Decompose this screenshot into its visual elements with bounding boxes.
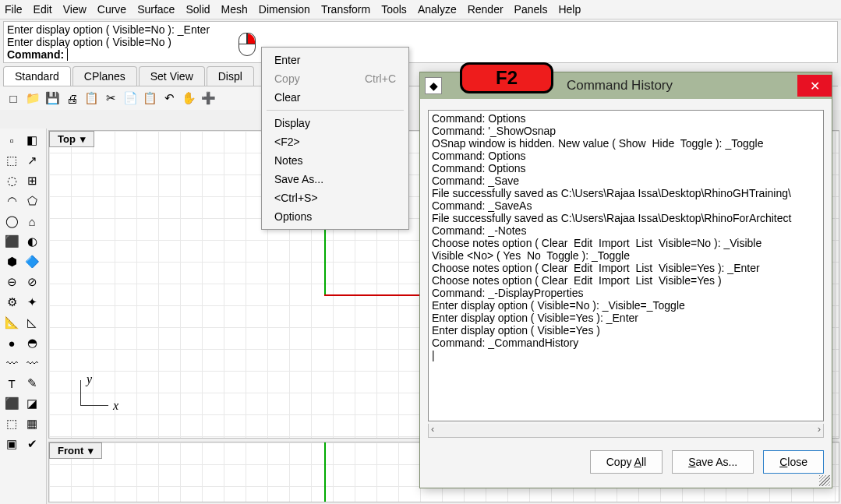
- ctx-display[interactable]: Display: [265, 114, 405, 132]
- menu-analyze[interactable]: Analyze: [418, 3, 457, 16]
- mini-axis-x: [80, 405, 108, 406]
- ctx-clear[interactable]: Clear: [265, 88, 405, 107]
- side-icon-0-1[interactable]: ◧: [22, 130, 42, 150]
- mini-axis-y: [80, 380, 81, 405]
- side-icon-1-1[interactable]: ↗: [22, 150, 42, 171]
- side-icon-12-1[interactable]: ✎: [22, 373, 42, 393]
- viewport-title-front[interactable]: Front ▾: [49, 442, 102, 459]
- tab-standard[interactable]: Standard: [3, 66, 71, 86]
- menu-dimension[interactable]: Dimension: [259, 3, 310, 16]
- ctx-copy: CopyCtrl+C: [265, 69, 405, 88]
- close-button[interactable]: ✕: [797, 75, 832, 97]
- saveas-button[interactable]: Save As...: [672, 450, 754, 474]
- resize-grip-icon[interactable]: [819, 475, 830, 486]
- toolbar-icon-7[interactable]: 📋: [141, 90, 158, 107]
- menu-bar: FileEditViewCurveSurfaceSolidMeshDimensi…: [0, 0, 841, 19]
- side-icon-13-0[interactable]: ⬛: [2, 393, 22, 414]
- toolbar-icon-8[interactable]: ↶: [161, 90, 178, 107]
- side-icon-6-0[interactable]: ⬢: [2, 252, 22, 272]
- side-icon-10-0[interactable]: ●: [2, 333, 22, 353]
- side-icon-13-1[interactable]: ◪: [22, 393, 42, 414]
- ctx-options[interactable]: Options: [265, 207, 405, 226]
- viewport-title-front-label: Front: [58, 445, 83, 456]
- toolbar-icon-10[interactable]: ➕: [200, 90, 217, 107]
- side-icon-5-1[interactable]: ◐: [22, 231, 42, 252]
- menu-help[interactable]: Help: [558, 3, 581, 16]
- command-area: Enter display option ( Visible=No ): _En…: [3, 21, 838, 63]
- viewport-dropdown-icon[interactable]: ▾: [80, 133, 86, 145]
- side-icon-8-0[interactable]: ⚙: [2, 292, 22, 312]
- menu-file[interactable]: File: [5, 3, 23, 16]
- command-history-line-2: Enter display option ( Visible=No ): [7, 36, 834, 48]
- axis-x-line: [324, 294, 426, 296]
- axis-x-label: x: [113, 399, 118, 413]
- side-icon-10-1[interactable]: ◓: [22, 333, 42, 353]
- toolbar-icon-5[interactable]: ✂: [102, 90, 119, 107]
- toolbar-icon-4[interactable]: 📋: [83, 90, 100, 107]
- menu-curve[interactable]: Curve: [97, 3, 126, 16]
- side-icon-15-1[interactable]: ✔: [22, 434, 42, 454]
- ctx-enter[interactable]: Enter: [265, 51, 405, 69]
- mouse-right-click-icon: [239, 33, 256, 56]
- side-icon-14-0[interactable]: ⬚: [2, 414, 22, 434]
- axis-y-label: y: [87, 372, 92, 386]
- menu-edit[interactable]: Edit: [34, 3, 52, 16]
- horizontal-scrollbar[interactable]: [428, 424, 824, 438]
- menu-solid[interactable]: Solid: [186, 3, 210, 16]
- menu-render[interactable]: Render: [468, 3, 504, 16]
- command-history-dialog: ◆ Command History ✕ Command: Options Com…: [419, 72, 832, 488]
- ctx-f2[interactable]: <F2>: [265, 132, 405, 151]
- side-icon-5-0[interactable]: ⬛: [2, 231, 22, 252]
- command-input[interactable]: [67, 48, 834, 61]
- side-icon-15-0[interactable]: ▣: [2, 434, 22, 454]
- history-textarea[interactable]: Command: Options Command: '_ShowOsnap OS…: [428, 110, 824, 421]
- side-icon-0-0[interactable]: ▫: [2, 130, 22, 150]
- side-icon-2-1[interactable]: ⊞: [22, 171, 42, 191]
- side-icon-12-0[interactable]: T: [2, 373, 22, 393]
- viewport-dropdown-icon[interactable]: ▾: [88, 445, 94, 456]
- f2-badge-icon: F2: [460, 62, 553, 93]
- menu-tools[interactable]: Tools: [381, 3, 407, 16]
- viewport-title-top[interactable]: Top ▾: [49, 131, 94, 147]
- side-icon-7-0[interactable]: ⊖: [2, 272, 22, 292]
- dialog-app-icon: ◆: [425, 77, 442, 94]
- tab-cplanes[interactable]: CPlanes: [72, 66, 137, 86]
- side-icon-1-0[interactable]: ⬚: [2, 150, 22, 171]
- side-icon-4-1[interactable]: ⌂: [22, 211, 42, 231]
- side-icon-8-1[interactable]: ✦: [22, 292, 42, 312]
- axis-y-line-front: [324, 442, 326, 502]
- side-icon-11-1[interactable]: 〰: [22, 353, 42, 373]
- toolbar-icon-0[interactable]: □: [5, 90, 22, 107]
- side-icon-9-0[interactable]: 📐: [2, 312, 22, 333]
- toolbar-icon-3[interactable]: 🖨: [63, 90, 80, 107]
- toolbar-icon-1[interactable]: 📁: [24, 90, 41, 107]
- side-icon-2-0[interactable]: ◌: [2, 171, 22, 191]
- side-icon-3-1[interactable]: ⬠: [22, 191, 42, 211]
- menu-panels[interactable]: Panels: [514, 3, 548, 16]
- side-icon-4-0[interactable]: ◯: [2, 211, 22, 231]
- ctx-saveas[interactable]: Save As...: [265, 170, 405, 189]
- tab-set-view[interactable]: Set View: [139, 66, 205, 86]
- copy-all-button[interactable]: Copy All: [590, 450, 663, 474]
- side-icon-14-1[interactable]: ▦: [22, 414, 42, 434]
- side-icon-11-0[interactable]: 〰: [2, 353, 22, 373]
- command-history-line-1: Enter display option ( Visible=No ): _En…: [7, 23, 834, 36]
- menu-transform[interactable]: Transform: [321, 3, 370, 16]
- toolbar-icon-9[interactable]: ✋: [180, 90, 197, 107]
- viewport-title-top-label: Top: [58, 133, 76, 145]
- tab-displ[interactable]: Displ: [207, 66, 254, 86]
- side-icon-3-0[interactable]: ◠: [2, 191, 22, 211]
- ctx-ctrls[interactable]: <Ctrl+S>: [265, 189, 405, 207]
- ctx-separator: [267, 110, 404, 111]
- menu-mesh[interactable]: Mesh: [221, 3, 248, 16]
- context-menu: Enter CopyCtrl+C Clear Display <F2> Note…: [261, 47, 409, 230]
- side-icon-7-1[interactable]: ⊘: [22, 272, 42, 292]
- toolbar-icon-6[interactable]: 📄: [122, 90, 139, 107]
- menu-view[interactable]: View: [63, 3, 87, 16]
- close-button-bottom[interactable]: Close: [763, 450, 824, 474]
- toolbar-icon-2[interactable]: 💾: [44, 90, 61, 107]
- side-icon-9-1[interactable]: ◺: [22, 312, 42, 333]
- ctx-notes[interactable]: Notes: [265, 151, 405, 170]
- side-icon-6-1[interactable]: 🔷: [22, 252, 42, 272]
- menu-surface[interactable]: Surface: [137, 3, 175, 16]
